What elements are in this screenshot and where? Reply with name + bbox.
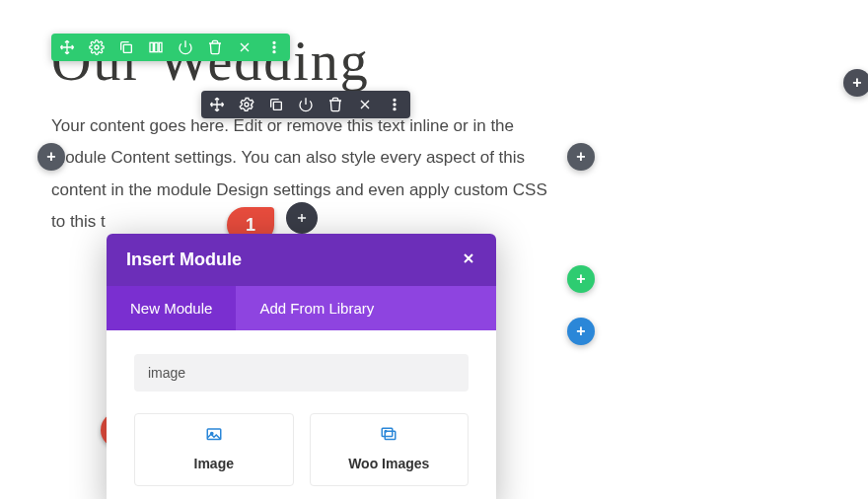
- svg-rect-9: [273, 102, 281, 109]
- insert-module-modal: Insert Module New Module Add From Librar…: [107, 234, 496, 499]
- modal-tabs: New Module Add From Library: [107, 286, 496, 330]
- add-module-button[interactable]: +: [567, 318, 595, 345]
- module-label: Woo Images: [319, 456, 461, 471]
- trash-icon[interactable]: [207, 39, 223, 55]
- svg-point-10: [394, 99, 396, 101]
- modal-title: Insert Module: [126, 250, 242, 270]
- modal-header: Insert Module: [107, 234, 496, 286]
- gear-icon[interactable]: [89, 39, 105, 55]
- gear-icon[interactable]: [239, 97, 254, 112]
- svg-point-5: [273, 41, 275, 43]
- add-row-right-button[interactable]: +: [567, 143, 595, 171]
- section-toolbar: [51, 34, 290, 61]
- power-icon[interactable]: [298, 97, 314, 112]
- close-icon[interactable]: [237, 39, 253, 55]
- add-global-button[interactable]: +: [843, 69, 868, 97]
- add-section-button[interactable]: +: [567, 265, 595, 293]
- move-icon[interactable]: [209, 97, 225, 112]
- more-icon[interactable]: [266, 39, 282, 55]
- module-toolbar: [201, 91, 410, 118]
- svg-rect-2: [150, 42, 153, 51]
- woo-images-icon: [319, 426, 461, 448]
- module-search-input[interactable]: [134, 354, 469, 392]
- svg-point-6: [273, 46, 275, 48]
- tab-add-from-library[interactable]: Add From Library: [236, 286, 398, 330]
- move-icon[interactable]: [59, 39, 75, 55]
- image-icon: [143, 426, 285, 448]
- svg-rect-4: [159, 42, 162, 51]
- svg-rect-15: [383, 428, 394, 436]
- module-card-image[interactable]: Image: [134, 413, 294, 486]
- duplicate-icon[interactable]: [118, 39, 134, 55]
- svg-point-0: [95, 45, 99, 49]
- add-row-left-button[interactable]: +: [37, 143, 65, 171]
- svg-point-12: [394, 108, 396, 110]
- module-label: Image: [143, 456, 285, 471]
- svg-point-11: [394, 104, 396, 106]
- svg-rect-3: [155, 42, 158, 51]
- svg-point-17: [386, 431, 388, 433]
- trash-icon[interactable]: [327, 97, 343, 112]
- insert-module-trigger[interactable]: [286, 202, 318, 234]
- modal-close-button[interactable]: [461, 250, 476, 270]
- tab-new-module[interactable]: New Module: [107, 286, 236, 330]
- svg-point-7: [273, 51, 275, 53]
- svg-rect-1: [123, 44, 131, 52]
- columns-icon[interactable]: [148, 39, 164, 55]
- svg-point-8: [245, 103, 249, 107]
- module-card-woo-images[interactable]: Woo Images: [310, 413, 470, 486]
- close-icon[interactable]: [357, 97, 373, 112]
- power-icon[interactable]: [178, 39, 193, 55]
- more-icon[interactable]: [387, 97, 402, 112]
- duplicate-icon[interactable]: [268, 97, 284, 112]
